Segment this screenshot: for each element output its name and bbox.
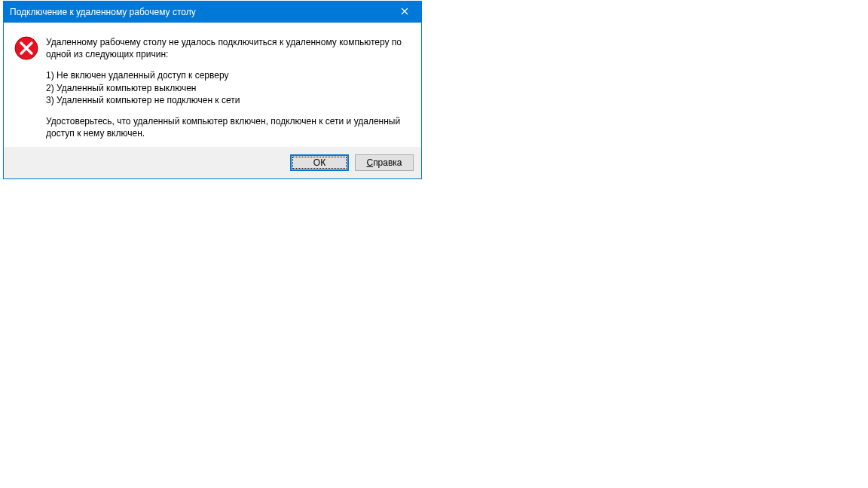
window-title: Подключение к удаленному рабочему столу (10, 7, 196, 17)
reason-2: 2) Удаленный компьютер выключен (46, 83, 196, 93)
help-button[interactable]: Справка (355, 154, 414, 171)
message-advice: Удостоверьтесь, что удаленный компьютер … (46, 115, 406, 139)
error-icon (14, 36, 38, 63)
reason-1: 1) Не включен удаленный доступ к серверу (46, 70, 228, 81)
ok-button[interactable]: ОК (290, 154, 349, 171)
message-intro: Удаленному рабочему столу не удалось под… (46, 36, 406, 60)
titlebar[interactable]: Подключение к удаленному рабочему столу (4, 2, 421, 23)
dialog-body: Удаленному рабочему столу не удалось под… (4, 23, 421, 147)
help-label-rest: правка (373, 157, 402, 168)
close-icon (401, 7, 408, 17)
error-dialog: Подключение к удаленному рабочему столу … (3, 1, 422, 179)
reason-3: 3) Удаленный компьютер не подключен к се… (46, 95, 240, 105)
message-reasons: 1) Не включен удаленный доступ к серверу… (46, 69, 406, 106)
help-accelerator: С (366, 157, 373, 168)
dialog-footer: ОК Справка (4, 147, 421, 178)
error-message: Удаленному рабочему столу не удалось под… (46, 36, 411, 139)
close-button[interactable] (387, 2, 421, 23)
